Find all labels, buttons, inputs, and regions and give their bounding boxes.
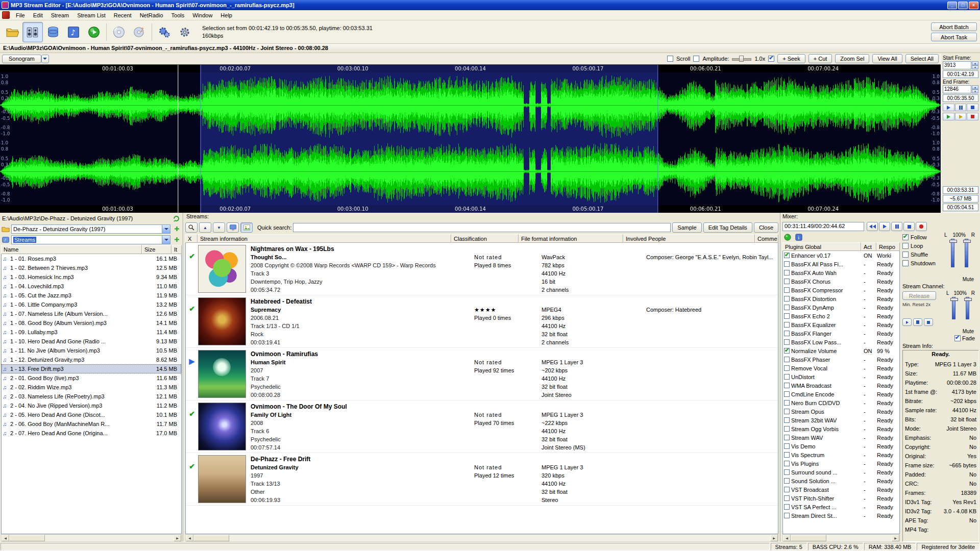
quick-search-input[interactable] xyxy=(293,223,671,232)
column-it[interactable]: It xyxy=(172,245,182,254)
scroll-left-icon[interactable]: ◀ xyxy=(186,535,193,541)
column-size[interactable]: Size xyxy=(142,245,172,254)
rip-cd-button[interactable]: ♪ xyxy=(129,22,150,42)
menu-item[interactable]: Edit xyxy=(29,11,47,20)
amplitude-checkbox[interactable] xyxy=(693,56,699,62)
play-button[interactable] xyxy=(84,22,104,42)
plugin-row[interactable]: BassFX Auto Wah - Ready xyxy=(783,268,899,277)
stream-status-icon[interactable] xyxy=(186,245,198,295)
stream-row[interactable]: Ovnimoon - Ramirufias Human Spirit 2007 … xyxy=(186,348,778,400)
start-frame-value[interactable]: 3913 xyxy=(943,61,971,69)
plugin-checkbox[interactable] xyxy=(784,495,790,501)
file-row[interactable]: 1 - 02. Between 2 Thieves.mp3 12.5 MB xyxy=(2,263,181,272)
plugin-row[interactable]: BassFX All Pass Fi... - Ready xyxy=(783,260,899,268)
column-classification[interactable]: Classification xyxy=(451,234,519,243)
plugin-checkbox[interactable] xyxy=(784,487,790,492)
slider-thumb[interactable] xyxy=(739,56,744,62)
stream-list-view-button[interactable] xyxy=(22,22,43,42)
menu-item[interactable]: Recent xyxy=(110,11,136,20)
scroll-right-icon[interactable]: ▶ xyxy=(892,535,899,541)
plugin-checkbox[interactable] xyxy=(784,417,790,423)
plugin-checkbox[interactable] xyxy=(784,391,790,397)
file-row[interactable]: 1 - 13. Free Drift.mp3 14.5 MB xyxy=(2,364,181,373)
sample-button[interactable]: Sample xyxy=(672,222,701,233)
channel-stop-button[interactable] xyxy=(924,318,933,326)
plugin-row[interactable]: VST Pitch-Shifter - Ready xyxy=(783,494,899,503)
scroll-left-icon[interactable]: ◀ xyxy=(2,535,9,541)
mixer-checkbox[interactable] xyxy=(902,234,909,240)
save-streams-button[interactable] xyxy=(43,22,63,42)
column-file-format[interactable]: File format information xyxy=(519,234,623,243)
zoom-selection-button[interactable]: Zoom Sel xyxy=(835,54,869,63)
scroll-right-icon[interactable]: ▶ xyxy=(174,535,181,541)
sonogram-button[interactable]: Sonogram xyxy=(2,55,41,63)
file-row[interactable]: 1 - 04. Lovechild.mp3 11.0 MB xyxy=(2,282,181,291)
plugin-checkbox[interactable] xyxy=(784,400,790,406)
play-selection-button[interactable] xyxy=(943,104,954,111)
slider-thumb[interactable] xyxy=(963,240,971,243)
plugin-checkbox[interactable] xyxy=(784,435,790,440)
channel-play-button[interactable] xyxy=(902,318,912,326)
spin-down-icon[interactable]: ▼ xyxy=(972,65,978,69)
pause-button[interactable] xyxy=(955,104,967,111)
spin-up-icon[interactable]: ▲ xyxy=(972,85,978,89)
mixer-option-row[interactable]: Shutdown xyxy=(902,260,940,266)
menu-item[interactable]: NetRadio xyxy=(136,11,167,20)
add-folder-button[interactable] xyxy=(172,224,181,234)
stream-status-icon[interactable] xyxy=(186,455,198,505)
stream-status-icon[interactable] xyxy=(186,350,198,400)
edit-tag-details-button[interactable]: Edit Tag Details xyxy=(703,222,752,233)
end-frame-spinner[interactable]: 12846 ▲▼ xyxy=(943,85,978,93)
column-response[interactable]: Respo xyxy=(876,242,900,251)
waveform-display[interactable] xyxy=(0,65,941,213)
playlist-button[interactable]: ♪ xyxy=(63,22,84,42)
plugin-checkbox[interactable] xyxy=(784,313,790,319)
plugin-row[interactable]: Normalize Volume ON 99 % xyxy=(783,346,899,355)
plugin-checkbox[interactable] xyxy=(784,461,790,466)
plugin-row[interactable]: Stream WAV - Ready xyxy=(783,433,899,442)
mixer-checkbox[interactable] xyxy=(902,252,909,258)
stream-rating[interactable]: ★★★★ xyxy=(474,306,542,314)
plugin-checkbox[interactable] xyxy=(784,279,790,284)
plugin-row[interactable]: BassFX Distortion - Ready xyxy=(783,294,899,303)
plugin-checkbox[interactable] xyxy=(784,478,790,484)
stream-status-icon[interactable] xyxy=(186,297,198,347)
slider-thumb[interactable] xyxy=(950,298,958,301)
plugin-row[interactable]: Stream Opus - Ready xyxy=(783,407,899,416)
fade-checkbox[interactable] xyxy=(954,335,961,341)
plugin-row[interactable]: BassFX Chorus - Ready xyxy=(783,277,899,286)
stream-row[interactable]: Hatebreed - Defeatist Supremacy 2006.08.… xyxy=(186,295,778,348)
scroll-right-icon[interactable]: ▶ xyxy=(770,535,778,541)
min-reset-label[interactable]: Min. Reset 2x xyxy=(902,302,942,307)
chevron-down-icon[interactable] xyxy=(162,236,170,244)
amplitude-slider[interactable] xyxy=(732,56,751,62)
refresh-button[interactable] xyxy=(172,214,181,223)
menu-item[interactable]: File xyxy=(12,11,29,20)
folder-combo[interactable]: De-Phazz - Detunized Gravity (1997) xyxy=(11,224,170,234)
settings-button[interactable] xyxy=(175,22,195,42)
plugin-checkbox[interactable] xyxy=(784,357,790,362)
file-row[interactable]: 2 - 02. Riddim Wize.mp3 11.3 MB xyxy=(2,383,181,392)
stream-rating[interactable]: Not rated xyxy=(474,411,542,419)
burn-cd-button[interactable] xyxy=(109,22,129,42)
encoder-settings-button[interactable] xyxy=(154,22,175,42)
plugin-checkbox[interactable] xyxy=(784,469,790,475)
plugin-checkbox[interactable] xyxy=(784,409,790,414)
channel-slider-left[interactable] xyxy=(952,297,955,319)
file-row[interactable]: 1 - 03. Homesick Inc.mp3 9.34 MB xyxy=(2,272,181,282)
plugin-row[interactable]: BassFX Equalizer - Ready xyxy=(783,320,899,329)
file-list-hscrollbar[interactable]: ◀ ▶ xyxy=(1,534,182,542)
plugin-checkbox[interactable] xyxy=(784,296,790,302)
view-art-button[interactable] xyxy=(240,222,253,233)
close-button[interactable]: Close xyxy=(754,222,778,233)
file-row[interactable]: 2 - 07. Hero Dead And Gone (Origina... 1… xyxy=(2,429,181,438)
plugin-row[interactable]: BassFX Phaser - Ready xyxy=(783,355,899,364)
view-details-button[interactable] xyxy=(227,222,239,233)
plugin-row[interactable]: CmdLine Encode - Ready xyxy=(783,390,899,398)
mixer-checkbox[interactable] xyxy=(902,243,909,249)
channel-slider-right[interactable] xyxy=(966,297,969,319)
previous-button[interactable] xyxy=(867,222,878,231)
mixer-pause-button[interactable] xyxy=(891,222,902,231)
column-plugins-global[interactable]: Plugins Global xyxy=(782,242,861,251)
file-row[interactable]: 1 - 10. Hero Dead And Gone (Radio ... 9.… xyxy=(2,337,181,346)
